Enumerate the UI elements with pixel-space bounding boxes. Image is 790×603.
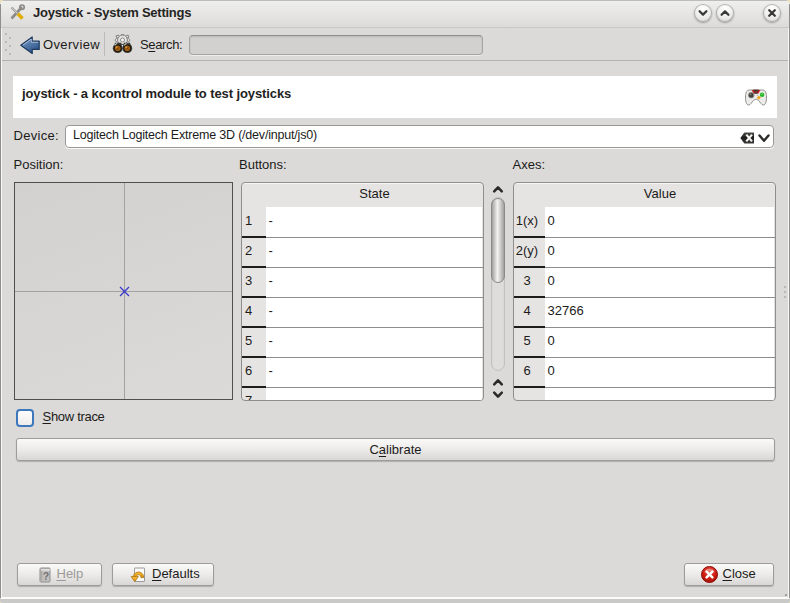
svg-text:?: ? [43,569,49,581]
